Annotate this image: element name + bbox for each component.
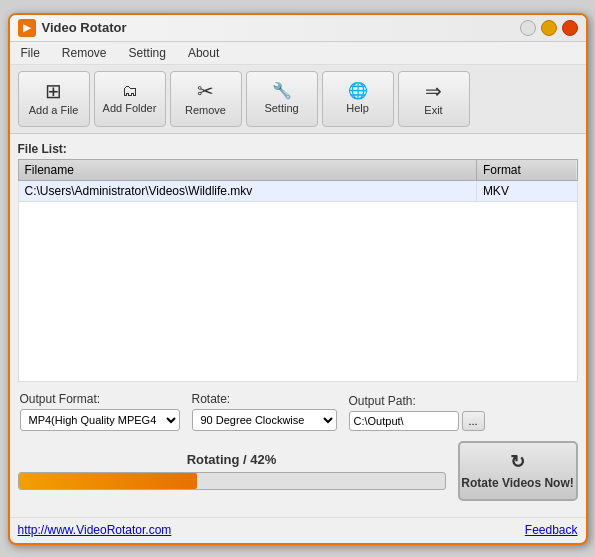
menu-file[interactable]: File bbox=[18, 45, 43, 61]
help-icon: 🌐 bbox=[348, 83, 368, 99]
main-window: ▶ Video Rotator File Remove Setting Abou… bbox=[8, 13, 588, 545]
feedback-link[interactable]: Feedback bbox=[525, 523, 578, 537]
output-format-select[interactable]: MP4(High Quality MPEG4 Vide bbox=[20, 409, 180, 431]
menu-about[interactable]: About bbox=[185, 45, 222, 61]
output-path-row: ... bbox=[349, 411, 485, 431]
maximize-button[interactable] bbox=[541, 20, 557, 36]
rotate-now-button[interactable]: ↻ Rotate Videos Now! bbox=[458, 441, 578, 501]
rotate-label: Rotate: bbox=[192, 392, 337, 406]
help-label: Help bbox=[346, 102, 369, 114]
table-row-empty bbox=[18, 201, 577, 381]
rotate-select[interactable]: 90 Degree Clockwise bbox=[192, 409, 337, 431]
help-button[interactable]: 🌐 Help bbox=[322, 71, 394, 127]
output-path-input[interactable] bbox=[349, 411, 459, 431]
app-icon: ▶ bbox=[18, 19, 36, 37]
add-file-icon: ⊞ bbox=[45, 81, 62, 101]
menu-bar: File Remove Setting About bbox=[10, 42, 586, 65]
exit-icon: ⇒ bbox=[425, 81, 442, 101]
column-header-filename: Filename bbox=[18, 159, 476, 180]
title-left: ▶ Video Rotator bbox=[18, 19, 127, 37]
progress-bar-fill bbox=[19, 473, 198, 489]
menu-setting[interactable]: Setting bbox=[126, 45, 169, 61]
add-file-label: Add a File bbox=[29, 104, 79, 116]
setting-icon: 🔧 bbox=[272, 83, 292, 99]
file-list-label: File List: bbox=[18, 142, 578, 156]
setting-label: Setting bbox=[264, 102, 298, 114]
output-format-label: Output Format: bbox=[20, 392, 180, 406]
table-row[interactable]: C:\Users\Administrator\Videos\Wildlife.m… bbox=[18, 180, 577, 201]
add-folder-label: Add Folder bbox=[103, 102, 157, 114]
footer: http://www.VideoRotator.com Feedback bbox=[10, 517, 586, 543]
rotate-group: Rotate: 90 Degree Clockwise bbox=[192, 392, 337, 431]
rotate-now-label: Rotate Videos Now! bbox=[461, 476, 573, 490]
output-format-group: Output Format: MP4(High Quality MPEG4 Vi… bbox=[20, 392, 180, 431]
title-bar: ▶ Video Rotator bbox=[10, 15, 586, 42]
window-title: Video Rotator bbox=[42, 20, 127, 35]
toolbar: ⊞ Add a File 🗂 Add Folder ✂ Remove 🔧 Set… bbox=[10, 65, 586, 134]
cell-filename: C:\Users\Administrator\Videos\Wildlife.m… bbox=[18, 180, 476, 201]
exit-button[interactable]: ⇒ Exit bbox=[398, 71, 470, 127]
add-file-button[interactable]: ⊞ Add a File bbox=[18, 71, 90, 127]
progress-status: Rotating / 42% bbox=[18, 452, 446, 467]
file-table: Filename Format C:\Users\Administrator\V… bbox=[18, 159, 578, 382]
add-folder-button[interactable]: 🗂 Add Folder bbox=[94, 71, 166, 127]
progress-left: Rotating / 42% bbox=[18, 452, 446, 490]
column-header-format: Format bbox=[476, 159, 577, 180]
close-button[interactable] bbox=[562, 20, 578, 36]
output-path-group: Output Path: ... bbox=[349, 394, 485, 431]
progress-section: Rotating / 42% ↻ Rotate Videos Now! bbox=[18, 441, 578, 501]
rotate-now-icon: ↻ bbox=[510, 451, 525, 473]
progress-bar-container bbox=[18, 472, 446, 490]
remove-icon: ✂ bbox=[197, 81, 214, 101]
minimize-button[interactable] bbox=[520, 20, 536, 36]
website-link[interactable]: http://www.VideoRotator.com bbox=[18, 523, 172, 537]
output-path-label: Output Path: bbox=[349, 394, 485, 408]
exit-label: Exit bbox=[424, 104, 442, 116]
window-controls bbox=[520, 20, 578, 36]
menu-remove[interactable]: Remove bbox=[59, 45, 110, 61]
add-folder-icon: 🗂 bbox=[122, 83, 138, 99]
remove-button[interactable]: ✂ Remove bbox=[170, 71, 242, 127]
cell-format: MKV bbox=[476, 180, 577, 201]
content-area: File List: Filename Format C:\Users\Admi… bbox=[10, 134, 586, 509]
browse-button[interactable]: ... bbox=[462, 411, 485, 431]
remove-label: Remove bbox=[185, 104, 226, 116]
options-row: Output Format: MP4(High Quality MPEG4 Vi… bbox=[18, 392, 578, 431]
setting-button[interactable]: 🔧 Setting bbox=[246, 71, 318, 127]
